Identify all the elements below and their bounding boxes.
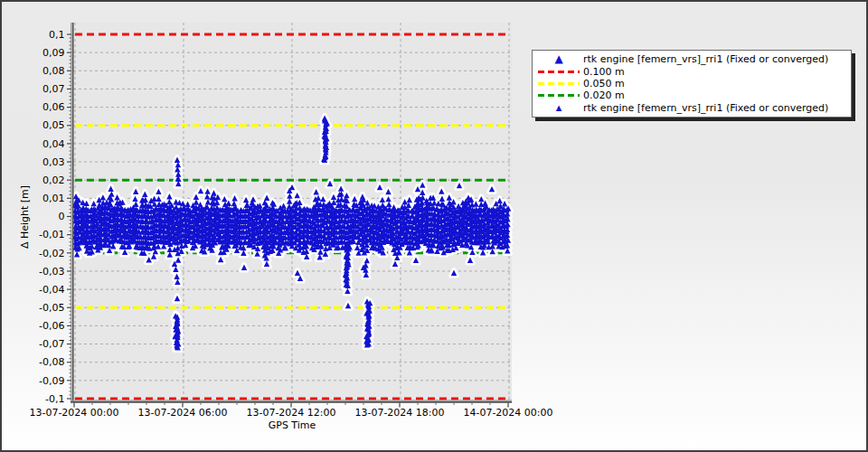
y-tick-label: 0,05 bbox=[42, 119, 65, 131]
y-tick-label: 0,1 bbox=[49, 29, 65, 41]
x-tick-label: 14-07-2024 00:00 bbox=[463, 407, 552, 419]
y-tick-label: -0,03 bbox=[39, 266, 64, 278]
y-axis-title: Δ Height [m] bbox=[19, 145, 32, 289]
x-tick-label: 13-07-2024 18:00 bbox=[354, 407, 444, 419]
legend-item: ▲rtk engine [femern_vrs]_rri1 (Fixed or … bbox=[534, 102, 847, 114]
legend-item: 0.020 m bbox=[534, 89, 847, 101]
y-tick-label: -0,04 bbox=[39, 284, 64, 296]
series-marker-icon: ▲ bbox=[534, 53, 583, 65]
threshold-dash-icon bbox=[534, 94, 583, 97]
y-tick-label: -0,02 bbox=[39, 248, 64, 259]
series-marker-icon: ▲ bbox=[534, 102, 583, 114]
y-tick-label: 0,03 bbox=[42, 156, 65, 168]
y-tick-label: 0,01 bbox=[42, 193, 65, 204]
legend-item-label: rtk engine [femern_vrs]_rri1 (Fixed or c… bbox=[583, 53, 828, 65]
y-tick-label: -0,05 bbox=[39, 302, 64, 314]
y-tick-label: 0,04 bbox=[42, 138, 65, 150]
y-tick-label: 0,07 bbox=[42, 83, 65, 95]
y-tick-label: -0,09 bbox=[39, 375, 64, 387]
y-tick-label: -0,08 bbox=[39, 356, 64, 368]
chart-window: 0,10,090,080,070,060,050,040,030,020,010… bbox=[0, 0, 868, 452]
threshold-dash-icon bbox=[534, 71, 583, 73]
legend-item: ▲rtk engine [femern_vrs]_rri1 (Fixed or … bbox=[534, 53, 847, 65]
y-tick-label: 0,08 bbox=[42, 65, 65, 77]
legend-item-label: 0.020 m bbox=[583, 89, 625, 101]
x-tick-label: 13-07-2024 06:00 bbox=[137, 407, 227, 419]
y-tick-label: -0,1 bbox=[45, 393, 64, 405]
x-axis-title: GPS Time bbox=[74, 419, 510, 431]
threshold-dash-icon bbox=[534, 82, 583, 85]
legend-item: 0.050 m bbox=[534, 78, 847, 89]
legend-item-label: 0.050 m bbox=[583, 78, 625, 89]
legend-item-label: rtk engine [femern_vrs]_rri1 (Fixed or c… bbox=[583, 102, 828, 114]
y-tick-label: 0 bbox=[59, 211, 65, 222]
y-tick-label: -0,07 bbox=[39, 338, 64, 350]
y-tick-label: -0,06 bbox=[39, 320, 64, 332]
x-tick-label: 13-07-2024 12:00 bbox=[246, 407, 335, 419]
y-tick-label: 0,02 bbox=[42, 174, 65, 186]
legend-item: 0.100 m bbox=[534, 65, 847, 77]
legend-item-label: 0.100 m bbox=[583, 66, 625, 78]
y-tick-label: 0,09 bbox=[42, 47, 65, 59]
x-tick-label: 13-07-2024 00:00 bbox=[29, 407, 118, 419]
y-tick-label: 0,06 bbox=[42, 101, 65, 113]
legend-box: ▲rtk engine [femern_vrs]_rri1 (Fixed or … bbox=[532, 50, 852, 118]
y-tick-label: -0,01 bbox=[39, 229, 64, 240]
